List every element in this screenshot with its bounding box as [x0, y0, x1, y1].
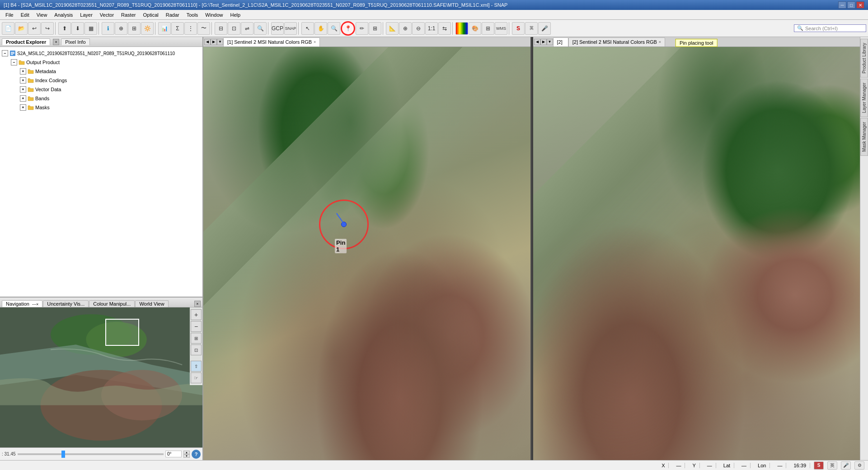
- menu-raster[interactable]: Raster: [117, 11, 139, 19]
- nav-close[interactable]: ---×: [32, 302, 38, 307]
- range-button[interactable]: ⊞: [128, 22, 141, 35]
- selection-tool[interactable]: ⊞: [369, 22, 381, 35]
- scatter-button[interactable]: ⋮: [184, 22, 197, 35]
- zoom-reset-nav[interactable]: ⊡: [191, 344, 202, 355]
- draw-tool[interactable]: ✏: [356, 22, 368, 35]
- mic-button[interactable]: 🎤: [538, 22, 551, 35]
- select-button[interactable]: ⊕: [115, 22, 127, 35]
- mosaic-tool2[interactable]: ⊞: [482, 22, 494, 35]
- right-nav-prev[interactable]: ◀: [534, 39, 540, 45]
- gcp-button[interactable]: GCP: [271, 22, 284, 35]
- snap-button[interactable]: SNAP: [284, 22, 297, 35]
- menu-window[interactable]: Window: [202, 11, 226, 19]
- tab-pixel-info[interactable]: Pixel Info: [61, 38, 89, 45]
- zoom-100[interactable]: 1:1: [425, 22, 438, 35]
- menu-vector[interactable]: Vector: [96, 11, 117, 19]
- profile-button[interactable]: 〜: [197, 22, 210, 35]
- nav-slider-thumb[interactable]: [61, 451, 65, 458]
- import-button[interactable]: ⬆: [58, 22, 71, 35]
- left-nav-prev[interactable]: ◀: [204, 39, 211, 45]
- side-tab-product-library[interactable]: Product Library: [860, 39, 868, 78]
- zoom-in-tb[interactable]: ⊕: [399, 22, 412, 35]
- left-image-tab[interactable]: [1] Sentinel 2 MSI Natural Colors RGB ×: [223, 37, 320, 47]
- product-explorer-close[interactable]: ×: [53, 39, 59, 45]
- wms-button[interactable]: WMS: [495, 22, 507, 35]
- menu-edit[interactable]: Edit: [17, 11, 33, 19]
- menu-optical[interactable]: Optical: [139, 11, 162, 19]
- left-satellite-image[interactable]: Pin 1: [203, 47, 530, 460]
- menu-radar[interactable]: Radar: [162, 11, 183, 19]
- minimize-button[interactable]: ─: [838, 1, 846, 9]
- left-nav-next[interactable]: ▶: [211, 39, 217, 45]
- tree-output-product[interactable]: − Output Product: [11, 58, 201, 67]
- rotation-input[interactable]: [165, 451, 182, 457]
- tab-colour[interactable]: Colour Manipul...: [89, 300, 135, 307]
- menu-layer[interactable]: Layer: [76, 11, 96, 19]
- flipping-button[interactable]: ⇌: [241, 22, 253, 35]
- left-nav-down[interactable]: ▼: [217, 39, 223, 45]
- tree-vector-expander[interactable]: +: [20, 86, 26, 93]
- side-tab-mask-manager[interactable]: Mask Manager: [860, 118, 868, 156]
- spectrum-button[interactable]: 🔆: [141, 22, 154, 35]
- tree-bands[interactable]: + Bands: [20, 94, 201, 103]
- status-mic-btn[interactable]: 🎤: [841, 461, 851, 470]
- nav-viewport-rect[interactable]: [105, 319, 139, 346]
- rotation-down[interactable]: ▼: [183, 454, 190, 458]
- tree-metadata[interactable]: + Metadata: [20, 67, 201, 76]
- s-button[interactable]: S: [512, 22, 525, 35]
- tab-worldview[interactable]: World View: [135, 300, 168, 307]
- nav-help-button[interactable]: ?: [192, 450, 201, 459]
- menu-file[interactable]: File: [2, 11, 17, 19]
- batch-button[interactable]: ▦: [84, 22, 97, 35]
- side-tab-layer-manager[interactable]: Layer Manager: [860, 79, 868, 117]
- sync-nav[interactable]: ⇧: [191, 361, 202, 372]
- search-box[interactable]: 🔍 Search (Ctrl+I): [794, 24, 866, 32]
- status-settings-btn[interactable]: ⚙: [854, 461, 864, 470]
- rotation-up[interactable]: ▲: [183, 451, 190, 454]
- tab-uncertainty[interactable]: Uncertainty Vis...: [43, 300, 89, 307]
- nav-thumbnail[interactable]: [0, 307, 202, 447]
- status-lang-btn[interactable]: 英: [827, 461, 837, 470]
- color-manipul[interactable]: 🎨: [469, 22, 481, 35]
- tree-index-codings[interactable]: + Index Codings: [20, 76, 201, 85]
- right-nav-down[interactable]: ▼: [547, 39, 553, 45]
- tree-root[interactable]: − S2A_MSIL1C_20190628T023551_N0207_R089_…: [2, 49, 201, 58]
- zoom-tool[interactable]: 🔍: [328, 22, 340, 35]
- right-tab-close-2[interactable]: ×: [659, 40, 661, 44]
- zoom-out-tb[interactable]: ⊖: [412, 22, 425, 35]
- color-palette[interactable]: [455, 22, 468, 35]
- arrow-tool[interactable]: ↖: [301, 22, 314, 35]
- tree-masks-expander[interactable]: +: [20, 104, 26, 111]
- tree-index-expander[interactable]: +: [20, 77, 26, 84]
- menu-view[interactable]: View: [33, 11, 51, 19]
- sync-views[interactable]: ⇆: [438, 22, 451, 35]
- right-satellite-image[interactable]: [533, 47, 860, 460]
- right-image-tab-2[interactable]: [2] Sentinel 2 MSI Natural Colors RGB ×: [568, 37, 665, 47]
- export-button[interactable]: ⬇: [71, 22, 84, 35]
- info-button[interactable]: ℹ: [102, 22, 114, 35]
- histogram-button[interactable]: 📊: [158, 22, 171, 35]
- tab-navigation[interactable]: Navigation ---×: [2, 300, 42, 307]
- left-tab-close[interactable]: ×: [314, 40, 316, 44]
- tab-product-explorer[interactable]: Product Explorer: [2, 38, 50, 45]
- tree-output-expander[interactable]: −: [11, 59, 17, 65]
- lang-button[interactable]: 英: [525, 22, 538, 35]
- status-s-btn[interactable]: S: [814, 461, 824, 470]
- nav-panel-close[interactable]: ×: [194, 301, 201, 307]
- maximize-button[interactable]: □: [847, 1, 855, 9]
- tree-masks[interactable]: + Masks: [20, 103, 201, 112]
- tree-bands-expander[interactable]: +: [20, 95, 26, 102]
- redo-button[interactable]: ↪: [41, 22, 54, 35]
- collocate-button[interactable]: ⊡: [228, 22, 240, 35]
- statistics-button[interactable]: Σ: [171, 22, 184, 35]
- zoom-in-button[interactable]: 🔍: [254, 22, 267, 35]
- mosaic-button[interactable]: ⊟: [215, 22, 227, 35]
- pin-placing-tool[interactable]: 📍: [341, 21, 355, 36]
- zoom-fit-nav[interactable]: ⊞: [191, 333, 202, 344]
- right-nav-next[interactable]: ▶: [540, 39, 547, 45]
- zoom-out-nav[interactable]: −: [191, 321, 202, 332]
- new-button[interactable]: 📄: [2, 22, 14, 35]
- pan-tool[interactable]: ✋: [314, 22, 327, 35]
- menu-tools[interactable]: Tools: [183, 11, 202, 19]
- undo-button[interactable]: ↩: [28, 22, 41, 35]
